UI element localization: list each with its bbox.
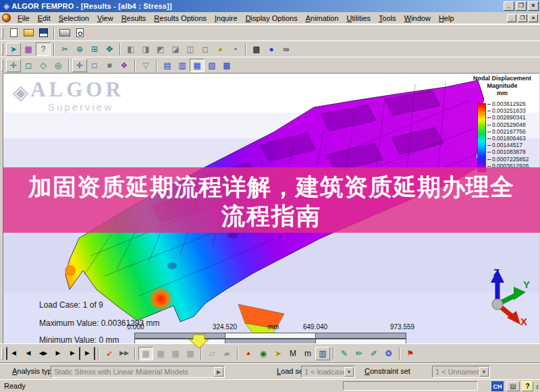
element-display-2-button[interactable]: ▥	[175, 59, 190, 72]
toolbar-gripper[interactable]	[1, 27, 3, 39]
capture-frame-1-button[interactable]: ▦	[138, 347, 153, 360]
toolbar-gripper[interactable]	[1, 43, 3, 55]
distance-scale-bar: 0.000 324.520 mm 649.040 973.559	[135, 323, 406, 343]
analysis-expand-arrow-icon[interactable]: ▶	[214, 367, 223, 376]
lowercase-m-units-button[interactable]: m	[300, 347, 315, 360]
scale-label: 324.520	[209, 323, 240, 331]
filter-funnel-button[interactable]: ▽	[138, 59, 153, 72]
status-help-icon[interactable]: ?	[522, 381, 533, 391]
inquire-pointer-button[interactable]: ➤	[6, 43, 21, 56]
menu-file[interactable]: File	[14, 13, 34, 24]
close-button[interactable]: ×	[528, 1, 539, 11]
element-display-5-button[interactable]: ▩	[219, 59, 234, 72]
mesh-view-button[interactable]: ❖	[117, 59, 132, 72]
select-circle-button[interactable]: ◎	[51, 59, 65, 72]
go-end-button[interactable]: ▶	[80, 347, 95, 360]
menu-view[interactable]: View	[93, 13, 117, 24]
next-part-button[interactable]: ▰	[219, 347, 234, 360]
menu-utilities[interactable]: Utilities	[343, 13, 375, 24]
constraint-set-combo[interactable]: 1 < Unnamed > ▼	[432, 366, 490, 378]
child-restore-button[interactable]: ❐	[518, 14, 527, 22]
global-probe-button[interactable]: ❂	[381, 347, 396, 360]
menu-display-options[interactable]: Display Options	[242, 13, 302, 24]
toolbar-gripper[interactable]	[1, 347, 3, 360]
spin-down-icon[interactable]: ▾	[537, 387, 539, 389]
analysis-type-combo[interactable]: Static Stress with Linear Material Model…	[51, 366, 225, 378]
view-right-button[interactable]: ◻	[198, 43, 213, 56]
select-rectangle-button[interactable]: ◻	[21, 59, 36, 72]
go-first-frame-button[interactable]: ◀	[6, 347, 21, 360]
y-axis-label: Y	[523, 279, 530, 290]
results-table-button[interactable]: ⚑	[403, 347, 418, 360]
capture-frame-3-button[interactable]: ▦	[168, 347, 183, 360]
shaded-sphere-button[interactable]: ●	[264, 43, 279, 56]
find-binoculars-button[interactable]: ∞	[279, 43, 294, 56]
view-top-button[interactable]: ◩	[153, 43, 168, 56]
display-settings-button[interactable]: ▦	[21, 43, 36, 56]
menu-edit[interactable]: Edit	[34, 13, 55, 24]
snapshot-camera-button[interactable]: ◉	[256, 347, 271, 360]
menu-animation[interactable]: Animation	[302, 13, 343, 24]
solid-cube-button[interactable]: ■	[102, 59, 117, 72]
document-globe-icon[interactable]	[2, 13, 11, 22]
load-set-dropdown-icon[interactable]: ▼	[344, 367, 354, 376]
view-front-button[interactable]: ◧	[124, 43, 138, 56]
new-button[interactable]	[6, 26, 21, 40]
element-display-4-button[interactable]: ▧	[205, 59, 219, 72]
probe-tool-2-button[interactable]: ✏	[352, 347, 367, 360]
probe-tool-3-button[interactable]: ✐	[367, 347, 381, 360]
ime-language-indicator[interactable]: CH	[491, 381, 504, 391]
zoom-window-button[interactable]: ⊞	[87, 43, 102, 56]
select-polygon-button[interactable]: ◇	[36, 59, 51, 72]
menu-results-options[interactable]: Results Options	[150, 13, 211, 24]
center-of-rotation-button[interactable]: ✛	[72, 59, 87, 72]
open-button[interactable]	[21, 26, 36, 40]
menu-help[interactable]: Help	[435, 13, 458, 24]
menu-selection[interactable]: Selection	[55, 13, 93, 24]
print-preview-button[interactable]	[72, 26, 87, 40]
element-display-1-button[interactable]: ▤	[160, 59, 175, 72]
print-button[interactable]	[57, 26, 72, 40]
pan-button[interactable]: ✥	[102, 43, 117, 56]
select-point-button[interactable]: ✛	[6, 59, 21, 72]
element-display-3-button[interactable]: ▦	[190, 59, 205, 72]
status-printer-icon[interactable]: ▤	[506, 381, 520, 391]
minimize-button[interactable]: _	[504, 1, 514, 11]
iso-view-2-button[interactable]: ◔	[227, 43, 242, 56]
animate-button[interactable]: ➶	[102, 347, 117, 360]
wireframe-cube-button[interactable]: □	[87, 59, 102, 72]
annotate-pointer-button[interactable]: ➤	[271, 347, 286, 360]
go-last-frame-button[interactable]: ▶	[65, 347, 80, 360]
menu-window[interactable]: Window	[400, 13, 435, 24]
menu-inquire[interactable]: Inquire	[211, 13, 242, 24]
frame-by-frame-button[interactable]: ◀▶	[36, 347, 51, 360]
restore-button[interactable]: ❐	[516, 1, 526, 11]
child-close-button[interactable]: ×	[529, 14, 538, 22]
break-surface-button[interactable]: ✂	[57, 43, 72, 56]
view-left-button[interactable]: ◫	[183, 43, 198, 56]
help-mode-button[interactable]: ?	[36, 43, 51, 56]
units-button[interactable]: ▲	[241, 347, 256, 360]
checker-display-button[interactable]: ▩	[249, 43, 264, 56]
menu-results[interactable]: Results	[117, 13, 151, 24]
constraint-set-dropdown-icon[interactable]: ▼	[479, 367, 489, 376]
probe-tool-1-button[interactable]: ✎	[337, 347, 352, 360]
iso-view-1-button[interactable]: ◕	[213, 43, 227, 56]
capture-frame-2-button[interactable]: ▦	[153, 347, 168, 360]
view-back-button[interactable]: ◨	[138, 43, 153, 56]
fast-forward-button[interactable]: ▶▶	[117, 347, 132, 360]
child-minimize-button[interactable]: _	[507, 14, 516, 22]
load-set-combo[interactable]: 1 < loadcase1 > ▼	[301, 366, 355, 378]
toolbar-gripper[interactable]	[1, 59, 3, 72]
toolbar-separator	[53, 27, 55, 39]
menu-tools[interactable]: Tools	[375, 13, 400, 24]
uppercase-m-units-button[interactable]: M	[286, 347, 300, 360]
zoom-in-button[interactable]: ⊕	[72, 43, 87, 56]
save-button[interactable]	[36, 26, 51, 40]
status-spinner[interactable]: ▴ ▾	[535, 381, 540, 391]
step-forward-button[interactable]: ▶	[51, 347, 65, 360]
scale-label: 649.040	[300, 323, 331, 331]
step-back-button[interactable]: ◀	[21, 347, 36, 360]
report-button[interactable]: ▥	[315, 347, 330, 360]
view-bottom-button[interactable]: ◪	[168, 43, 183, 56]
